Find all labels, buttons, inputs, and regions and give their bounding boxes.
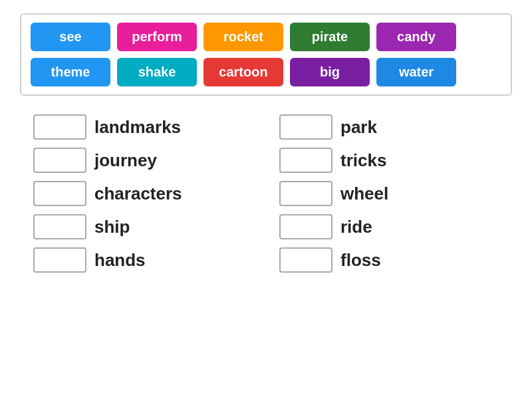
match-label-tricks: tricks [340, 150, 386, 171]
match-label-wheel: wheel [340, 184, 388, 204]
match-row-left-0: landmarks [33, 114, 253, 140]
drop-box-journey[interactable] [33, 148, 86, 173]
word-tile-pirate[interactable]: pirate [290, 23, 370, 51]
drop-box-landmarks[interactable] [33, 114, 86, 140]
drop-box-wheel[interactable] [279, 181, 332, 206]
word-tile-candy[interactable]: candy [376, 23, 456, 51]
drop-box-ship[interactable] [33, 214, 86, 239]
drop-box-park[interactable] [279, 114, 332, 140]
match-row-left-2: characters [33, 181, 253, 206]
drop-box-hands[interactable] [33, 247, 86, 273]
match-row-left-1: journey [33, 148, 253, 173]
matching-area: landmarksparkjourneytrickscharacterswhee… [20, 114, 512, 273]
match-label-ship: ship [94, 217, 130, 237]
match-row-right-1: tricks [279, 148, 499, 173]
match-row-left-3: ship [33, 214, 253, 239]
match-row-right-0: park [279, 114, 499, 140]
match-row-right-2: wheel [279, 181, 499, 206]
drop-box-ride[interactable] [279, 214, 332, 239]
match-label-landmarks: landmarks [94, 117, 181, 138]
match-label-park: park [340, 117, 377, 138]
word-tile-shake[interactable]: shake [117, 58, 197, 86]
drop-box-floss[interactable] [279, 247, 332, 273]
word-tile-cartoon[interactable]: cartoon [203, 58, 283, 86]
word-bank: seeperformrocketpiratecandythemeshakecar… [20, 13, 512, 96]
word-tile-perform[interactable]: perform [117, 23, 197, 51]
match-label-floss: floss [340, 250, 381, 271]
match-row-right-4: floss [279, 247, 499, 273]
word-tile-water[interactable]: water [376, 58, 456, 86]
match-label-characters: characters [94, 184, 182, 204]
match-row-right-3: ride [279, 214, 499, 239]
match-label-journey: journey [94, 150, 157, 171]
word-tile-theme[interactable]: theme [31, 58, 110, 86]
match-row-left-4: hands [33, 247, 253, 273]
match-label-ride: ride [340, 217, 372, 237]
word-tile-rocket[interactable]: rocket [203, 23, 283, 51]
word-tile-see[interactable]: see [31, 23, 110, 51]
drop-box-tricks[interactable] [279, 148, 332, 173]
word-tile-big[interactable]: big [290, 58, 370, 86]
drop-box-characters[interactable] [33, 181, 86, 206]
match-label-hands: hands [94, 250, 146, 271]
